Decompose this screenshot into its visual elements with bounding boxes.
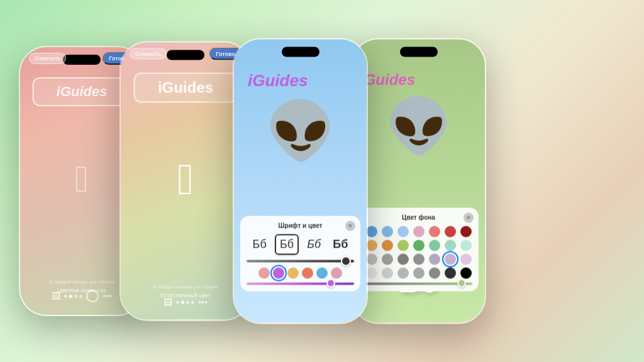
- iguides-title-2: iGuides: [158, 79, 213, 96]
- alien-emoji-3: 👽: [265, 102, 336, 159]
- bg-color-16[interactable]: [382, 254, 393, 265]
- iguides-title-3: iGuides: [248, 71, 308, 90]
- bg-color-7[interactable]: [460, 226, 472, 238]
- font-opt-1[interactable]: Бб: [249, 236, 270, 254]
- bg-color-11[interactable]: [413, 240, 425, 251]
- bg-color-5[interactable]: [429, 226, 440, 238]
- iguides-title-4: iGuides: [360, 71, 415, 88]
- iguides-title-1: iGuides: [57, 84, 108, 99]
- iguides-area-3: iGuides: [240, 71, 360, 90]
- bg-panel-title-4: Цвет фона: [365, 214, 472, 221]
- bg-color-10[interactable]: [397, 240, 409, 251]
- bg-color-24[interactable]: [397, 268, 409, 279]
- bg-slider-4[interactable]: [365, 283, 472, 285]
- pinch-hint-2: ⊞ Сведите пальцы для обрезки: [121, 285, 250, 290]
- bg-color-19[interactable]: [429, 254, 440, 265]
- bg-color-4[interactable]: [413, 226, 425, 238]
- dot-2: [74, 295, 77, 298]
- bg-color-6[interactable]: [445, 226, 456, 238]
- color-6[interactable]: [331, 268, 342, 279]
- bg-color-18[interactable]: [413, 254, 425, 265]
- dynamic-island-4: [400, 47, 438, 57]
- size-slider-3[interactable]: [247, 260, 354, 263]
- bg-color-9[interactable]: [382, 240, 393, 251]
- bg-color-2[interactable]: [382, 226, 393, 238]
- color-1[interactable]: [258, 268, 270, 279]
- dots-1: [64, 295, 82, 298]
- dot-3: [79, 295, 82, 298]
- more-icon-1[interactable]: •••: [103, 291, 112, 301]
- panel-close-4[interactable]: ✕: [464, 213, 474, 223]
- phones-container: Отменить Готово iGuides  ⊞ Сведите паль…: [0, 0, 644, 362]
- dot-active-2: [181, 300, 184, 304]
- cancel-button-2[interactable]: Отменить: [130, 48, 167, 60]
- bg-color-3[interactable]: [397, 226, 409, 238]
- bg-color-21[interactable]: [460, 254, 472, 265]
- bg-color-14[interactable]: [460, 240, 472, 251]
- alien-emoji-4: 👽: [386, 99, 452, 153]
- phone-4-screen: iGuides 👽 Bo ✕ Цвет фона: [352, 40, 485, 323]
- iguides-box-1: iGuides: [33, 77, 131, 106]
- color-slider-thumb-3: [326, 279, 335, 288]
- iguides-area-4: iGuides: [352, 71, 485, 89]
- font-options-3: Бб Бб Бб Бб: [247, 234, 354, 255]
- bg-color-28[interactable]: [460, 268, 472, 279]
- bg-panel-4: ✕ Цвет фона: [358, 208, 479, 292]
- bg-color-17[interactable]: [397, 254, 409, 265]
- cancel-button-1[interactable]: Отменить: [29, 53, 66, 64]
- color-3[interactable]: [287, 268, 299, 279]
- color-2-selected[interactable]: [273, 268, 284, 279]
- phone-4: iGuides 👽 Bo ✕ Цвет фона: [351, 38, 486, 324]
- bg-color-12[interactable]: [429, 240, 440, 251]
- phone-3: iGuides 👽 ✕ Шрифт и цвет Бб Бб Бб Бб: [233, 38, 368, 324]
- phone-2: Отменить Готово iGuides  ⊞ Сведите паль…: [119, 41, 252, 321]
- status-bar-2: Отменить Готово: [121, 48, 250, 60]
- bg-color-13[interactable]: [445, 240, 456, 251]
- font-panel-3: ✕ Шрифт и цвет Бб Бб Бб Бб: [240, 216, 360, 292]
- dots-2: [176, 300, 194, 304]
- iguides-box-2: iGuides: [134, 73, 238, 103]
- dot-4: [176, 300, 179, 304]
- bg-slider-thumb-4: [457, 279, 466, 288]
- more-icon-2[interactable]: •••: [198, 297, 208, 307]
- bg-color-27[interactable]: [445, 268, 456, 279]
- font-opt-2[interactable]: Бб: [275, 234, 299, 255]
- dot-active-1: [69, 295, 72, 298]
- color-5[interactable]: [316, 268, 328, 279]
- page: { "background": { "gradient_start": "#a8…: [0, 0, 644, 362]
- dot-1: [64, 295, 67, 298]
- phone-3-screen: iGuides 👽 ✕ Шрифт и цвет Бб Бб Бб Бб: [234, 40, 367, 323]
- color-row-3: [247, 268, 354, 279]
- bg-color-20-selected[interactable]: [445, 254, 456, 265]
- font-panel-title-3: Шрифт и цвет: [247, 222, 354, 229]
- photo-icon-2: 🖼: [164, 297, 172, 307]
- bg-color-26[interactable]: [429, 268, 440, 279]
- apple-logo-2: : [177, 157, 194, 201]
- color-slider-3[interactable]: [247, 283, 354, 285]
- photo-icon-1: 🖼: [52, 291, 60, 301]
- font-opt-4[interactable]: Бб: [329, 236, 352, 254]
- shutter-1[interactable]: [86, 290, 99, 302]
- color-grid-4: [365, 226, 472, 279]
- dynamic-island-3: [282, 47, 319, 57]
- font-opt-3[interactable]: Бб: [303, 236, 325, 254]
- bg-color-23[interactable]: [382, 268, 393, 279]
- dot-6: [191, 300, 194, 304]
- dot-5: [186, 300, 189, 304]
- bottom-bar-2: 🖼 •••: [121, 297, 250, 307]
- bg-color-25[interactable]: [413, 268, 425, 279]
- panel-close-3[interactable]: ✕: [345, 221, 355, 231]
- apple-logo-1: : [75, 160, 89, 198]
- phone-2-screen: Отменить Готово iGuides  ⊞ Сведите паль…: [121, 43, 250, 320]
- size-slider-thumb-3: [341, 256, 351, 266]
- color-4[interactable]: [302, 268, 313, 279]
